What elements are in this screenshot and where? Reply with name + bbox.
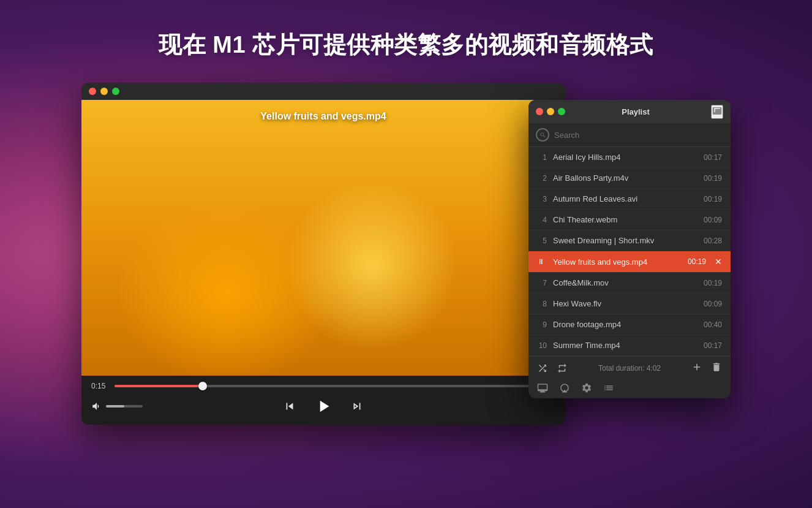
item-number: 1: [537, 153, 547, 162]
footer-shuffle-repeat: [537, 363, 568, 374]
play-button[interactable]: [314, 396, 333, 416]
volume-fill: [106, 405, 124, 408]
item-name: Chi Theater.webm: [553, 215, 697, 224]
item-duration: 00:40: [704, 320, 722, 329]
playlist-traffic-lights: [536, 108, 565, 115]
repeat-button[interactable]: [557, 363, 568, 374]
fullscreen-button[interactable]: [112, 88, 119, 95]
airplay-display-button[interactable]: [537, 382, 548, 393]
progress-track[interactable]: [115, 385, 555, 387]
playlist-item[interactable]: 5 Sweet Dreaming | Short.mkv 00:28: [528, 230, 731, 251]
playlist-panel: Playlist 1 Aerial Icy Hills.mp4 00:17 2 …: [528, 100, 731, 398]
playlist-titlebar: Playlist: [528, 100, 731, 123]
item-duration: 00:17: [704, 341, 722, 350]
total-duration: Total duration: 4:02: [598, 364, 661, 373]
item-name: Sweet Dreaming | Short.mkv: [553, 236, 697, 245]
item-name: Hexi Wave.flv: [553, 299, 697, 308]
volume-button[interactable]: [91, 401, 102, 412]
item-duration: 00:28: [704, 237, 722, 245]
playlist-minimize-button[interactable]: [547, 108, 554, 115]
search-input[interactable]: [554, 131, 723, 140]
progress-thumb[interactable]: [198, 382, 207, 390]
item-duration: 00:09: [704, 300, 722, 308]
bottom-icons: [537, 382, 614, 393]
item-name: Summer Time.mp4: [553, 341, 697, 350]
playlist-title: Playlist: [570, 107, 702, 116]
footer-bottom: [537, 380, 722, 393]
item-number: 4: [537, 216, 547, 224]
player-window: Yellow fruits and vegs.mp4 0:15: [81, 83, 565, 425]
playlist-search-bar: [528, 123, 731, 147]
item-number: 9: [537, 320, 547, 329]
item-name: Autumn Red Leaves.avi: [553, 194, 697, 203]
video-display: Yellow fruits and vegs.mp4: [81, 100, 565, 376]
item-number: 10: [537, 341, 547, 350]
volume-area: [91, 401, 143, 412]
playlist-item[interactable]: 10 Summer Time.mp4 00:17: [528, 335, 731, 356]
playlist-item[interactable]: 3 Autumn Red Leaves.avi 00:19: [528, 189, 731, 210]
delete-item-button[interactable]: [711, 362, 722, 375]
progress-bar-container: 0:15: [91, 382, 555, 390]
controls-row: [91, 396, 555, 416]
footer-top: Total duration: 4:02: [537, 362, 722, 375]
player-controls: 0:15: [81, 376, 565, 425]
player-titlebar: [81, 83, 565, 100]
page-title: 现在 M1 芯片可提供种类繁多的视频和音频格式: [159, 29, 653, 61]
add-item-button[interactable]: [691, 362, 702, 375]
pause-icon: ⏸: [537, 257, 547, 266]
item-duration: 00:19: [704, 279, 722, 287]
item-duration: 00:17: [704, 153, 722, 162]
item-number: 8: [537, 300, 547, 308]
video-background: [81, 100, 565, 376]
minimize-button[interactable]: [100, 88, 108, 95]
item-number: 2: [537, 174, 547, 183]
item-duration: 00:19: [704, 174, 722, 183]
playlist-item[interactable]: 1 Aerial Icy Hills.mp4 00:17: [528, 147, 731, 168]
close-button[interactable]: [89, 88, 96, 95]
item-name: Yellow fruits and vegs.mp4: [553, 257, 682, 267]
playlist-footer: Total duration: 4:02: [528, 356, 731, 398]
airplay-audio-button[interactable]: [559, 382, 570, 393]
next-button[interactable]: [350, 400, 364, 413]
item-duration: 00:19: [704, 195, 722, 203]
item-name: Coffe&Milk.mov: [553, 278, 697, 287]
item-number: 3: [537, 195, 547, 203]
playlist-item[interactable]: 4 Chi Theater.webm 00:09: [528, 210, 731, 230]
item-number: 7: [537, 279, 547, 287]
playlist-item[interactable]: 7 Coffe&Milk.mov 00:19: [528, 273, 731, 294]
volume-track[interactable]: [106, 405, 143, 408]
playlist-item[interactable]: 9 Drone footage.mp4 00:40: [528, 314, 731, 335]
item-name: Aerial Icy Hills.mp4: [553, 153, 697, 162]
previous-button[interactable]: [283, 400, 296, 413]
pip-button[interactable]: [711, 105, 723, 119]
shuffle-button[interactable]: [537, 363, 548, 374]
item-close-button[interactable]: ✕: [715, 257, 722, 267]
playlist-item[interactable]: 8 Hexi Wave.flv 00:09: [528, 294, 731, 314]
video-title: Yellow fruits and vegs.mp4: [81, 111, 565, 122]
playlist-close-button[interactable]: [536, 108, 543, 115]
item-name: Drone footage.mp4: [553, 320, 697, 329]
queue-button[interactable]: [603, 382, 614, 393]
playlist-item[interactable]: ⏸ Yellow fruits and vegs.mp4 00:19 ✕: [528, 251, 731, 273]
search-icon: [536, 128, 549, 142]
current-time: 0:15: [91, 382, 108, 390]
footer-actions: [691, 362, 722, 375]
item-name: Air Ballons Party.m4v: [553, 173, 697, 183]
item-duration: 00:09: [704, 216, 722, 224]
settings-button[interactable]: [581, 382, 592, 393]
playlist-items: 1 Aerial Icy Hills.mp4 00:17 2 Air Ballo…: [528, 147, 731, 356]
progress-fill: [115, 385, 203, 387]
app-container: Yellow fruits and vegs.mp4 0:15: [81, 83, 731, 425]
playlist-item[interactable]: 2 Air Ballons Party.m4v 00:19: [528, 168, 731, 189]
playback-controls: [283, 396, 364, 416]
playlist-fullscreen-button[interactable]: [558, 108, 565, 115]
item-duration: 00:19: [688, 257, 706, 266]
item-number: 5: [537, 237, 547, 245]
